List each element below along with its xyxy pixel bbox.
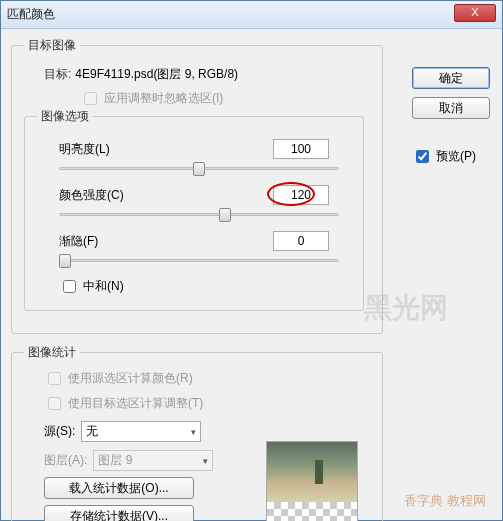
window-title: 匹配颜色 — [7, 6, 55, 23]
source-value: 无 — [86, 423, 98, 440]
fade-label: 渐隐(F) — [59, 233, 98, 250]
ignore-selection-row: 应用调整时忽略选区(I) — [80, 89, 370, 108]
load-stats-button[interactable]: 载入统计数据(O)... — [44, 477, 194, 499]
preview-label: 预览(P) — [436, 148, 476, 165]
chevron-down-icon: ▾ — [191, 427, 196, 437]
luminance-row: 明亮度(L) 100 — [59, 139, 329, 159]
slider-thumb[interactable] — [59, 254, 71, 268]
use-source-sel-checkbox — [48, 372, 61, 385]
slider-thumb[interactable] — [193, 162, 205, 176]
close-button[interactable]: X — [454, 4, 496, 22]
source-row: 源(S): 无 ▾ — [44, 421, 370, 442]
fade-row: 渐隐(F) 0 — [59, 231, 329, 251]
target-value: 4E9F4119.psd(图层 9, RGB/8) — [75, 66, 238, 83]
preview-checkbox[interactable] — [416, 150, 429, 163]
use-source-sel-row: 使用源选区计算颜色(R) — [44, 369, 370, 388]
ignore-selection-label: 应用调整时忽略选区(I) — [104, 90, 223, 107]
target-image-legend: 目标图像 — [24, 37, 80, 54]
image-stats-legend: 图像统计 — [24, 344, 80, 361]
slider-track — [59, 213, 339, 216]
neutralize-checkbox[interactable] — [63, 280, 76, 293]
use-target-sel-label: 使用目标选区计算调整(T) — [68, 395, 203, 412]
ignore-selection-checkbox — [84, 92, 97, 105]
intensity-row: 颜色强度(C) 120 — [59, 185, 329, 205]
target-label: 目标: — [44, 66, 71, 83]
source-label: 源(S): — [44, 423, 75, 440]
neutralize-row: 中和(N) — [59, 277, 351, 296]
luminance-input[interactable]: 100 — [273, 139, 329, 159]
layer-label: 图层(A): — [44, 452, 87, 469]
luminance-label: 明亮度(L) — [59, 141, 110, 158]
neutralize-label: 中和(N) — [83, 278, 124, 295]
source-select[interactable]: 无 ▾ — [81, 421, 201, 442]
target-row: 目标: 4E9F4119.psd(图层 9, RGB/8) — [44, 66, 370, 83]
image-options-legend: 图像选项 — [37, 108, 93, 125]
dialog-body: 确定 取消 预览(P) 目标图像 目标: 4E9F4119.psd(图层 9, … — [1, 29, 502, 521]
chevron-down-icon: ▾ — [203, 456, 208, 466]
fade-slider[interactable] — [59, 253, 339, 269]
thumbnail-preview — [266, 441, 358, 521]
right-column: 确定 取消 预览(P) — [412, 67, 490, 166]
dialog-window: 匹配颜色 X 确定 取消 预览(P) 目标图像 目标: 4E9F4119.psd… — [0, 0, 503, 521]
intensity-slider[interactable] — [59, 207, 339, 223]
intensity-label: 颜色强度(C) — [59, 187, 124, 204]
slider-thumb[interactable] — [219, 208, 231, 222]
use-target-sel-row: 使用目标选区计算调整(T) — [44, 394, 370, 413]
cancel-button[interactable]: 取消 — [412, 97, 490, 119]
layer-select: 图层 9 ▾ — [93, 450, 213, 471]
image-options-group: 图像选项 明亮度(L) 100 颜色强度(C) 120 — [24, 108, 364, 311]
layer-value: 图层 9 — [98, 452, 132, 469]
transparency-checker — [267, 502, 357, 521]
save-stats-button[interactable]: 存储统计数据(V)... — [44, 505, 194, 521]
luminance-slider[interactable] — [59, 161, 339, 177]
image-stats-group: 图像统计 使用源选区计算颜色(R) 使用目标选区计算调整(T) 源(S): 无 … — [11, 344, 383, 521]
fade-input[interactable]: 0 — [273, 231, 329, 251]
use-source-sel-label: 使用源选区计算颜色(R) — [68, 370, 193, 387]
intensity-input[interactable]: 120 — [273, 185, 329, 205]
ok-button[interactable]: 确定 — [412, 67, 490, 89]
stats-buttons: 载入统计数据(O)... 存储统计数据(V)... — [44, 477, 194, 521]
preview-checkbox-row: 预览(P) — [412, 147, 490, 166]
titlebar[interactable]: 匹配颜色 X — [1, 1, 502, 29]
target-image-group: 目标图像 目标: 4E9F4119.psd(图层 9, RGB/8) 应用调整时… — [11, 37, 383, 334]
use-target-sel-checkbox — [48, 397, 61, 410]
slider-track — [59, 259, 339, 262]
thumbnail-image — [267, 442, 357, 502]
